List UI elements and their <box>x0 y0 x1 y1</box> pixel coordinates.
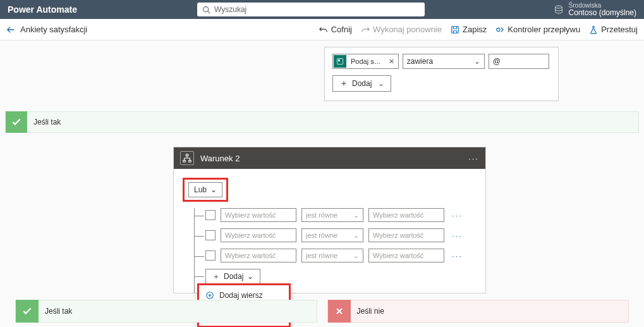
value-input[interactable]: @ <box>489 54 549 69</box>
row-checkbox[interactable] <box>205 250 216 261</box>
operator-select[interactable]: jest równe⌄ <box>301 208 363 222</box>
condition-rows: Wybierz wartość jest równe⌄ Wybierz wart… <box>183 208 477 284</box>
condition-icon <box>180 151 194 165</box>
redo-button[interactable]: Wykonaj ponownie <box>361 25 442 34</box>
condition-1-body: Podaj s… ✕ zawiera ⌄ @ ＋ Dodaj ⌄ <box>324 47 559 101</box>
row-menu-button[interactable]: ··· <box>452 251 463 261</box>
condition-2-card: Warunek 2 ··· Lub ⌄ Wybierz wartość jest… <box>173 147 486 293</box>
if-yes-branch[interactable]: Jeśli tak <box>5 111 639 133</box>
value1-input[interactable]: Wybierz wartość <box>221 249 296 262</box>
environment-icon <box>554 4 564 15</box>
card-menu-button[interactable]: ··· <box>468 154 479 163</box>
add-circle-icon <box>205 291 214 300</box>
toolbar: Ankiety satysfakcji Cofnij Wykonaj ponow… <box>0 19 644 40</box>
chevron-down-icon: ⌄ <box>353 231 359 240</box>
environment-picker[interactable]: Środowiska Contoso (domyślne) <box>554 2 636 17</box>
condition-2-title: Warunek 2 <box>200 154 240 163</box>
condition-row: Wybierz wartość jest równe⌄ Wybierz wart… <box>183 208 477 222</box>
plus-icon: ＋ <box>339 78 348 89</box>
highlight-box: Lub ⌄ <box>183 178 228 202</box>
add-condition-button[interactable]: ＋ Dodaj ⌄ <box>332 75 391 92</box>
value1-input[interactable]: Wybierz wartość <box>221 208 296 222</box>
if-yes-branch-2[interactable]: Jeśli tak <box>15 300 317 323</box>
svg-rect-7 <box>186 154 188 156</box>
value2-input[interactable]: Wybierz wartość <box>368 249 444 262</box>
dynamic-token[interactable]: Podaj s… ✕ <box>332 54 399 69</box>
undo-button[interactable]: Cofnij <box>319 25 352 34</box>
search-placeholder: Wyszukaj <box>214 5 246 14</box>
branch-bars: Jeśli tak Jeśli nie <box>15 300 629 323</box>
row-checkbox[interactable] <box>205 210 216 220</box>
save-button[interactable]: Zapisz <box>451 25 487 34</box>
chevron-down-icon: ⌄ <box>247 272 253 281</box>
svg-point-0 <box>204 6 209 11</box>
brand-title: Power Automate <box>8 4 77 15</box>
flow-title: Ankiety satysfakcji <box>20 25 87 34</box>
back-button[interactable]: Ankiety satysfakcji <box>6 25 87 34</box>
if-no-label: Jeśli nie <box>351 307 384 316</box>
condition-row: Wybierz wartość jest równe⌄ Wybierz wart… <box>183 228 477 242</box>
svg-point-2 <box>555 6 562 8</box>
chevron-down-icon: ⌄ <box>353 211 359 219</box>
row-checkbox[interactable] <box>205 230 216 240</box>
group-operator-select[interactable]: Lub ⌄ <box>188 182 222 197</box>
if-no-branch[interactable]: Jeśli nie <box>327 300 629 323</box>
condition-row: Wybierz wartość jest równe⌄ Wybierz wart… <box>183 249 477 262</box>
svg-point-4 <box>497 28 500 31</box>
chevron-down-icon: ⌄ <box>353 252 359 260</box>
operator-select[interactable]: zawiera ⌄ <box>403 54 485 69</box>
svg-rect-6 <box>338 59 340 61</box>
environment-name: Contoso (domyślne) <box>569 9 636 17</box>
flow-checker-button[interactable]: Kontroler przepływu <box>495 25 580 34</box>
svg-rect-8 <box>183 161 186 163</box>
value1-input[interactable]: Wybierz wartość <box>221 228 296 242</box>
chevron-down-icon: ⌄ <box>474 57 480 66</box>
if-yes-label: Jeśli tak <box>27 118 61 126</box>
token-label: Podaj s… <box>347 58 385 65</box>
check-icon <box>16 300 39 323</box>
search-input[interactable]: Wyszukaj <box>197 3 425 16</box>
svg-line-1 <box>208 11 210 13</box>
condition-2-header[interactable]: Warunek 2 ··· <box>174 147 485 169</box>
forms-icon <box>334 55 346 68</box>
chevron-down-icon: ⌄ <box>210 185 217 194</box>
app-header: Power Automate Wyszukaj Środowiska Conto… <box>0 0 644 19</box>
token-remove-button[interactable]: ✕ <box>385 58 398 66</box>
add-row-button[interactable]: ＋ Dodaj ⌄ <box>205 269 260 284</box>
close-icon <box>328 300 351 323</box>
test-button[interactable]: Przetestuj <box>589 25 638 34</box>
check-icon <box>6 111 27 133</box>
plus-icon: ＋ <box>212 271 220 282</box>
if-yes-label: Jeśli tak <box>39 307 72 316</box>
row-menu-button[interactable]: ··· <box>452 231 463 240</box>
chevron-down-icon: ⌄ <box>378 79 384 88</box>
operator-select[interactable]: jest równe⌄ <box>301 249 363 262</box>
row-menu-button[interactable]: ··· <box>452 211 463 220</box>
operator-select[interactable]: jest równe⌄ <box>301 228 363 242</box>
svg-rect-3 <box>452 26 459 33</box>
svg-rect-9 <box>189 161 191 163</box>
value2-input[interactable]: Wybierz wartość <box>368 228 444 242</box>
search-icon <box>202 6 210 14</box>
value2-input[interactable]: Wybierz wartość <box>368 208 444 222</box>
